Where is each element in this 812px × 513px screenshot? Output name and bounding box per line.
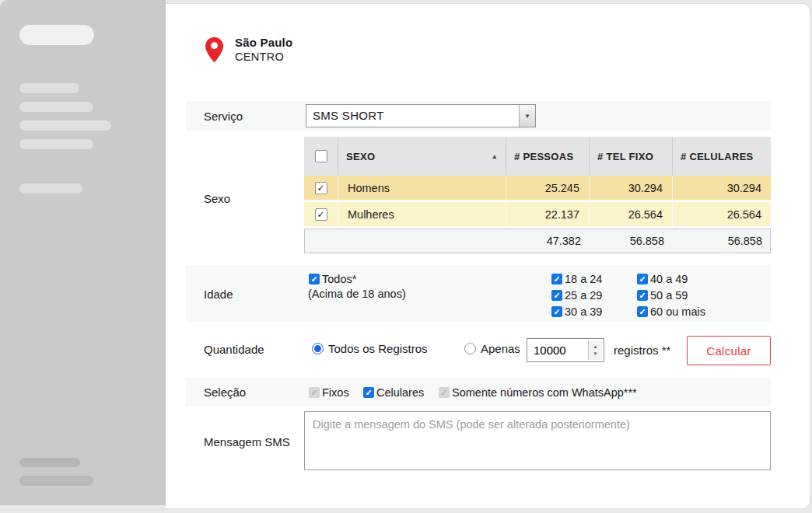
sidebar-skeleton — [0, 0, 166, 505]
idade-todos-option[interactable]: ✓ Todos* — [309, 273, 356, 285]
range-checkbox[interactable]: ✓ — [551, 306, 562, 317]
quantidade-label: Quantidade — [204, 343, 264, 356]
cell-tel-fixo: 30.294 — [590, 176, 673, 200]
selecao-label: Seleção — [204, 386, 246, 399]
selecao-row: Seleção ✓ Fixos ✓ Celulares ✓ Somente nú… — [186, 378, 771, 407]
sidebar-skeleton-item — [19, 102, 93, 112]
idade-range-option[interactable]: ✓ 50 a 59 — [637, 289, 705, 302]
location-header: São Paulo CENTRO — [205, 37, 292, 63]
mensagem-label: Mensagem SMS — [204, 435, 290, 448]
cell-pessoas: 25.245 — [506, 176, 590, 200]
sexo-table-header: SEXO ▲ # PESSOAS # TEL FIXO # CELULARES — [304, 137, 771, 176]
idade-label: Idade — [204, 288, 233, 301]
range-label: 50 a 59 — [650, 289, 688, 302]
total-pessoas: 47.382 — [507, 229, 590, 253]
range-checkbox[interactable]: ✓ — [637, 290, 648, 301]
range-label: 25 a 29 — [565, 289, 602, 302]
cell-sexo: Mulheres — [338, 202, 506, 226]
row-checkbox-mulheres[interactable]: ✓ — [315, 208, 327, 221]
celulares-label: Celulares — [376, 386, 424, 399]
idade-range-option[interactable]: ✓ 25 a 29 — [551, 289, 602, 302]
calcular-button[interactable]: Calcular — [687, 336, 771, 365]
total-celulares: 56.858 — [674, 229, 772, 253]
sms-message-textarea[interactable] — [304, 411, 771, 470]
servico-selected-value: SMS SHORT — [306, 105, 519, 127]
column-header-tel-fixo[interactable]: # TEL FIXO — [590, 137, 673, 176]
todos-label: Todos* — [322, 273, 356, 285]
celulares-checkbox[interactable]: ✓ — [363, 387, 374, 398]
map-pin-icon — [205, 37, 223, 63]
servico-row: Serviço SMS SHORT ▼ — [186, 101, 771, 131]
range-checkbox[interactable]: ✓ — [551, 290, 562, 301]
servico-select[interactable]: SMS SHORT ▼ — [306, 104, 536, 127]
idade-range-option[interactable]: ✓ 18 a 24 — [551, 273, 602, 285]
idade-row: Idade ✓ Todos* (Acima de 18 anos) ✓ 18 a… — [186, 265, 771, 322]
table-row-homens: ✓ Homens 25.245 30.294 30.294 — [304, 176, 771, 202]
sidebar-skeleton-item — [19, 476, 93, 486]
range-checkbox[interactable]: ✓ — [551, 274, 562, 284]
sidebar-skeleton-item — [19, 25, 94, 45]
select-all-checkbox[interactable] — [315, 150, 327, 162]
sidebar-skeleton-item — [19, 120, 111, 131]
range-checkbox[interactable]: ✓ — [637, 306, 648, 317]
chevron-down-icon[interactable]: ▼ — [519, 105, 535, 127]
row-checkbox-homens[interactable]: ✓ — [315, 182, 327, 194]
fixos-label: Fixos — [322, 386, 349, 399]
celulares-option[interactable]: ✓ Celulares — [363, 386, 424, 399]
todos-registros-option[interactable]: Todos os Registros — [312, 342, 428, 355]
sexo-label: Sexo — [204, 192, 230, 205]
idade-column-2: ✓ 40 a 49 ✓ 50 a 59 ✓ 60 ou mais — [637, 273, 705, 318]
idade-column-1: ✓ 18 a 24 ✓ 25 a 29 ✓ 30 a 39 — [551, 273, 602, 318]
column-header-pessoas[interactable]: # PESSOAS — [506, 137, 590, 176]
column-header-celulares[interactable]: # CELULARES — [673, 137, 771, 176]
range-label: 18 a 24 — [565, 273, 602, 285]
apenas-label: Apenas — [481, 342, 520, 355]
fixos-option: ✓ Fixos — [309, 386, 349, 399]
column-header-celulares-label: # CELULARES — [681, 151, 754, 162]
range-label: 40 a 49 — [650, 273, 688, 285]
column-header-sexo[interactable]: SEXO ▲ — [338, 137, 506, 176]
cell-celulares: 26.564 — [673, 202, 771, 226]
column-header-pessoas-label: # PESSOAS — [514, 151, 573, 162]
table-row-mulheres: ✓ Mulheres 22.137 26.564 26.564 — [304, 202, 771, 229]
range-checkbox[interactable]: ✓ — [637, 274, 648, 284]
cell-sexo: Homens — [338, 176, 506, 200]
sidebar-skeleton-item — [19, 139, 93, 149]
number-spinner[interactable]: ▲ ▼ — [588, 340, 602, 360]
sexo-table: SEXO ▲ # PESSOAS # TEL FIXO # CELULARES … — [304, 137, 771, 253]
location-city: São Paulo — [235, 37, 292, 50]
registros-suffix-label: registros ** — [614, 344, 670, 357]
todos-checkbox[interactable]: ✓ — [309, 274, 320, 284]
sort-asc-icon: ▲ — [492, 153, 498, 160]
apenas-option[interactable]: Apenas — [464, 342, 520, 355]
cell-tel-fixo: 26.564 — [590, 202, 673, 226]
quantidade-row: Quantidade Todos os Registros Apenas ▲ ▼… — [186, 323, 771, 379]
sidebar-skeleton-item — [19, 183, 82, 194]
column-header-tel-fixo-label: # TEL FIXO — [597, 151, 653, 162]
total-tel-fixo: 56.858 — [590, 229, 674, 253]
column-header-sexo-label: SEXO — [346, 151, 375, 162]
idade-range-option[interactable]: ✓ 40 a 49 — [637, 273, 705, 285]
sidebar-skeleton-item — [19, 458, 80, 467]
whatsapp-checkbox: ✓ — [439, 387, 450, 398]
todos-registros-radio[interactable] — [312, 343, 324, 354]
idade-range-option[interactable]: ✓ 30 a 39 — [551, 305, 602, 318]
cell-pessoas: 22.137 — [506, 202, 590, 226]
idade-todos-note: (Acima de 18 anos) — [308, 288, 406, 300]
fixos-checkbox: ✓ — [309, 387, 320, 398]
sidebar-skeleton-item — [19, 83, 79, 93]
servico-label: Serviço — [204, 110, 243, 123]
apenas-radio[interactable] — [464, 343, 476, 354]
idade-range-option[interactable]: ✓ 60 ou mais — [637, 305, 705, 318]
todos-registros-label: Todos os Registros — [328, 342, 428, 355]
range-label: 60 ou mais — [650, 305, 705, 318]
range-label: 30 a 39 — [565, 305, 602, 318]
main-panel: São Paulo CENTRO Serviço SMS SHORT ▼ Sex… — [166, 4, 810, 508]
whatsapp-option: ✓ Somente números com WhatsApp*** — [439, 386, 637, 399]
spinner-down-icon[interactable]: ▼ — [593, 351, 598, 357]
spinner-up-icon[interactable]: ▲ — [593, 344, 598, 350]
cell-celulares: 30.294 — [673, 176, 771, 200]
whatsapp-label: Somente números com WhatsApp*** — [452, 386, 637, 399]
location-district: CENTRO — [235, 51, 292, 64]
table-totals-row: 47.382 56.858 56.858 — [304, 229, 771, 253]
